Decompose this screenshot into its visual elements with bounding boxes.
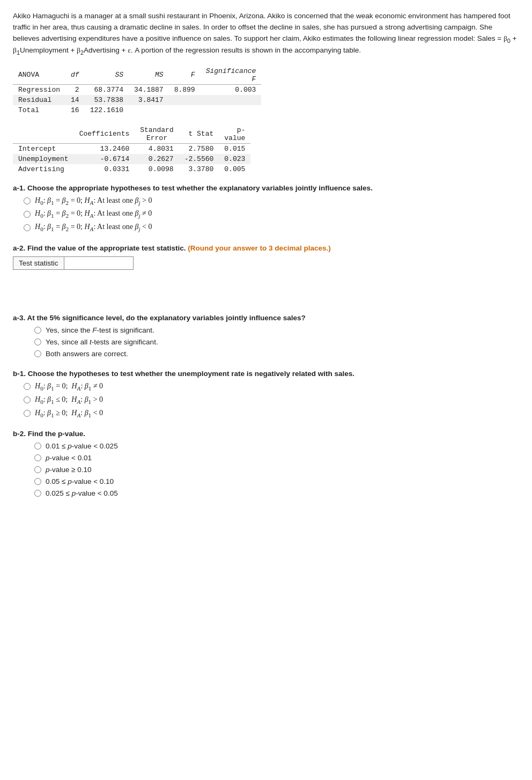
intro-paragraph: Akiko Hamaguchi is a manager at a small … — [13, 11, 519, 57]
a1-option-1[interactable]: H0: β1 = β2 = 0; HA: At least one βj > 0 — [24, 196, 519, 206]
coeff-unemployment-coeff: -0.6714 — [74, 154, 135, 164]
coeff-col-name — [13, 125, 74, 144]
b2-label: b-2. Find the p-value. — [13, 430, 519, 438]
coeff-advertising-coeff: 0.0331 — [74, 164, 135, 174]
b1-option-2-text: H0: β1 ≤ 0; HA: β1 > 0 — [35, 395, 103, 405]
coeff-unemployment-row: Unemployment -0.6714 0.2627 -2.5560 0.02… — [13, 154, 250, 164]
b2-option-1-text: 0.01 ≤ p-value < 0.025 — [46, 442, 118, 450]
coeff-table: Coefficients StandardError t Stat p-valu… — [13, 125, 250, 174]
a3-option-2[interactable]: Yes, since all t-tests are significant. — [34, 338, 519, 346]
b1-label: b-1. Choose the hypotheses to test wheth… — [13, 370, 519, 378]
a3-radio-1[interactable] — [34, 327, 41, 334]
b2-radio-4[interactable] — [34, 478, 41, 485]
a3-option-1-text: Yes, since the F-test is significant. — [46, 326, 154, 334]
coeff-unemployment-label: Unemployment — [13, 154, 74, 164]
anova-header-row: ANOVA df SS MS F SignificanceF — [13, 66, 261, 85]
a1-option-2-text: H0: β1 = β2 = 0; HA: At least one βj ≠ 0 — [35, 209, 152, 219]
b2-radio-5[interactable] — [34, 490, 41, 497]
a1-option-3[interactable]: H0: β1 = β2 = 0; HA: At least one βj < 0 — [24, 223, 519, 232]
b2-radio-2[interactable] — [34, 454, 41, 461]
b2-option-5[interactable]: 0.025 ≤ p-value < 0.05 — [34, 489, 519, 497]
anova-table: ANOVA df SS MS F SignificanceF Regressio… — [13, 66, 261, 115]
b2-option-3-text: p-value ≥ 0.10 — [46, 466, 91, 474]
b1-radio-2[interactable] — [24, 396, 31, 403]
a3-label: a-3. At the 5% significance level, do th… — [13, 314, 519, 322]
anova-table-wrapper: ANOVA df SS MS F SignificanceF Regressio… — [13, 66, 519, 115]
test-stat-input[interactable] — [64, 256, 134, 270]
anova-regression-row: Regression 2 68.3774 34.1887 8.899 0.003 — [13, 84, 261, 95]
anova-residual-row: Residual 14 53.7838 3.8417 — [13, 95, 261, 105]
b2-option-2-text: p-value < 0.01 — [46, 454, 92, 462]
coeff-intercept-tstat: 2.7580 — [179, 143, 219, 154]
a3-option-1[interactable]: Yes, since the F-test is significant. — [34, 326, 519, 334]
anova-regression-ss: 68.3774 — [85, 84, 129, 95]
a3-option-2-text: Yes, since all t-tests are significant. — [46, 338, 158, 346]
b2-option-1[interactable]: 0.01 ≤ p-value < 0.025 — [34, 442, 519, 450]
coeff-advertising-row: Advertising 0.0331 0.0098 3.3780 0.005 — [13, 164, 250, 174]
coeff-col-pval: p-value — [219, 125, 250, 144]
section-a3: a-3. At the 5% significance level, do th… — [13, 314, 519, 358]
anova-col-ms: MS — [129, 66, 169, 85]
b2-option-2[interactable]: p-value < 0.01 — [34, 454, 519, 462]
coeff-intercept-pval: 0.015 — [219, 143, 250, 154]
coeff-advertising-label: Advertising — [13, 164, 74, 174]
test-stat-label: Test statistic — [13, 256, 64, 270]
anova-residual-ss: 53.7838 — [85, 95, 129, 105]
section-a1: a-1. Choose the appropriate hypotheses t… — [13, 184, 519, 232]
b1-option-1[interactable]: H0: β1 = 0; HA: β1 ≠ 0 — [24, 382, 519, 392]
anova-regression-sig: 0.003 — [201, 84, 262, 95]
anova-col-df: df — [65, 66, 85, 85]
anova-residual-ms: 3.8417 — [129, 95, 169, 105]
a3-radio-3[interactable] — [34, 350, 41, 357]
spacer-1 — [13, 282, 519, 314]
a1-option-2[interactable]: H0: β1 = β2 = 0; HA: At least one βj ≠ 0 — [24, 209, 519, 219]
coeff-col-stderr: StandardError — [135, 125, 179, 144]
a1-radio-3[interactable] — [24, 224, 31, 231]
b2-option-3[interactable]: p-value ≥ 0.10 — [34, 466, 519, 474]
coeff-advertising-stderr: 0.0098 — [135, 164, 179, 174]
a3-radio-2[interactable] — [34, 339, 41, 345]
b2-option-5-text: 0.025 ≤ p-value < 0.05 — [46, 489, 118, 497]
coeff-unemployment-tstat: -2.5560 — [179, 154, 219, 164]
coeff-intercept-coeff: 13.2460 — [74, 143, 135, 154]
b1-radio-group: H0: β1 = 0; HA: β1 ≠ 0 H0: β1 ≤ 0; HA: β… — [24, 382, 519, 418]
a3-option-3[interactable]: Both answers are correct. — [34, 350, 519, 358]
a3-option-3-text: Both answers are correct. — [46, 350, 128, 358]
coeff-advertising-pval: 0.005 — [219, 164, 250, 174]
anova-regression-f: 8.899 — [169, 84, 201, 95]
section-a2: a-2. Find the value of the appropriate t… — [13, 244, 519, 270]
b2-option-4-text: 0.05 ≤ p-value < 0.10 — [46, 477, 114, 485]
anova-col-label: ANOVA — [13, 66, 65, 85]
coeff-header-row: Coefficients StandardError t Stat p-valu… — [13, 125, 250, 144]
anova-total-label: Total — [13, 105, 65, 115]
b1-option-3[interactable]: H0: β1 ≥ 0; HA: β1 < 0 — [24, 409, 519, 418]
b2-radio-1[interactable] — [34, 443, 41, 450]
anova-regression-ms: 34.1887 — [129, 84, 169, 95]
b1-radio-3[interactable] — [24, 410, 31, 417]
anova-total-f — [169, 105, 201, 115]
anova-residual-df: 14 — [65, 95, 85, 105]
a1-label: a-1. Choose the appropriate hypotheses t… — [13, 184, 519, 192]
test-stat-row: Test statistic — [13, 256, 519, 270]
anova-residual-label: Residual — [13, 95, 65, 105]
a1-option-3-text: H0: β1 = β2 = 0; HA: At least one βj < 0 — [35, 223, 152, 232]
a1-radio-1[interactable] — [24, 197, 31, 204]
coeff-intercept-stderr: 4.8031 — [135, 143, 179, 154]
anova-col-f: F — [169, 66, 201, 85]
b2-radio-3[interactable] — [34, 466, 41, 473]
section-b1: b-1. Choose the hypotheses to test wheth… — [13, 370, 519, 418]
anova-col-sig: SignificanceF — [201, 66, 262, 85]
b1-radio-1[interactable] — [24, 383, 31, 390]
anova-residual-f — [169, 95, 201, 105]
coeff-intercept-row: Intercept 13.2460 4.8031 2.7580 0.015 — [13, 143, 250, 154]
anova-total-ms — [129, 105, 169, 115]
a2-highlight: (Round your answer to 3 decimal places.) — [188, 244, 330, 252]
b1-option-2[interactable]: H0: β1 ≤ 0; HA: β1 > 0 — [24, 395, 519, 405]
a1-radio-2[interactable] — [24, 211, 31, 218]
a1-radio-group: H0: β1 = β2 = 0; HA: At least one βj > 0… — [24, 196, 519, 232]
anova-col-ss: SS — [85, 66, 129, 85]
b2-option-4[interactable]: 0.05 ≤ p-value < 0.10 — [34, 477, 519, 485]
coeff-advertising-tstat: 3.3780 — [179, 164, 219, 174]
anova-regression-label: Regression — [13, 84, 65, 95]
anova-total-df: 16 — [65, 105, 85, 115]
